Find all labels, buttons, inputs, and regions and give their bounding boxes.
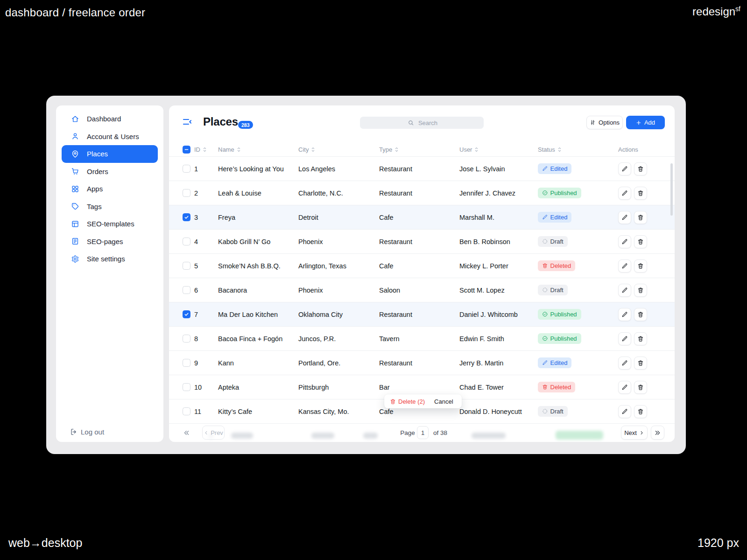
sidebar-item-dashboard[interactable]: Dashboard [62,110,158,128]
cell-type: Cafe [379,262,459,270]
delete-button[interactable] [634,259,647,273]
delete-button[interactable] [634,211,647,224]
delete-button[interactable] [634,187,647,200]
trash-icon [637,336,644,342]
delete-button[interactable] [634,381,647,394]
column-header-id[interactable]: ID [194,146,218,153]
edit-button[interactable] [618,357,631,370]
cell-type: Restaraunt [379,359,459,367]
pencil-icon [621,408,628,415]
column-header-type[interactable]: Type [379,146,459,153]
trash-icon [637,287,644,294]
sidebar-item-tags[interactable]: Tags [62,198,158,216]
chevron-left-icon [204,430,209,435]
sidebar-item-seo-templates[interactable]: SEO-templates [62,215,158,233]
row-checkbox[interactable] [183,310,190,318]
cell-name: Kitty’s Cafe [218,408,298,415]
table-row[interactable]: 5 Smoke’N Ash B.B.Q. Arlington, Texas Ca… [169,254,675,278]
trash-icon [637,360,644,366]
row-checkbox[interactable] [183,359,190,367]
table-row[interactable]: 9 Kann Portland, Ore. Restaraunt Jerry B… [169,351,675,375]
select-all-checkbox[interactable] [183,146,190,154]
row-checkbox[interactable] [183,213,190,221]
double-chevron-left-icon [183,429,190,436]
column-header-user[interactable]: User [459,146,538,153]
delete-button[interactable] [634,332,647,345]
bulk-delete-button[interactable]: Delete (2) [390,398,425,405]
edit-button[interactable] [618,405,631,418]
delete-button[interactable] [634,162,647,175]
last-page-button[interactable] [651,426,664,440]
sidebar-item-apps[interactable]: Apps [62,180,158,198]
page-label: Page [401,426,415,440]
table-row[interactable]: 8 Bacoa Finca + Fogón Juncos, P.R. Taver… [169,327,675,351]
sidebar-item-places[interactable]: Places [62,145,158,163]
cell-name: Ma Der Lao Kitchen [218,311,298,318]
table-row[interactable]: 4 Kabob Grill N’ Go Phoenix Restaraunt B… [169,230,675,254]
cell-name: Freya [218,214,298,221]
row-checkbox[interactable] [183,262,190,270]
delete-button[interactable] [634,405,647,418]
sidebar-item-orders[interactable]: Orders [62,163,158,181]
edit-button[interactable] [618,259,631,273]
home-icon [71,115,79,123]
delete-button[interactable] [634,235,647,248]
bulk-cancel-button[interactable]: Cancel [434,398,453,405]
delete-button[interactable] [634,308,647,321]
sidebar-item-label: Orders [87,168,108,175]
sidebar-item-seo-pages[interactable]: SEO-pages [62,233,158,251]
edit-button[interactable] [618,211,631,224]
table-row[interactable]: 7 Ma Der Lao Kitchen Oklahoma City Resta… [169,302,675,327]
collapse-sidebar-icon[interactable] [182,116,193,127]
first-page-button[interactable] [181,426,192,440]
pencil-icon [621,384,628,391]
edit-button[interactable] [618,284,631,297]
column-header-city[interactable]: City [298,146,379,153]
row-checkbox[interactable] [183,407,190,415]
sort-icon [395,147,399,153]
add-button[interactable]: Add [626,116,665,129]
edit-button[interactable] [618,187,631,200]
sort-icon [474,147,479,153]
row-checkbox[interactable] [183,189,190,197]
cell-city: Phoenix [298,238,379,245]
cell-type: Cafe [379,214,459,221]
column-header-status[interactable]: Status [538,146,617,153]
row-checkbox[interactable] [183,335,190,343]
column-header-name[interactable]: Name [218,146,298,153]
row-checkbox[interactable] [183,238,190,245]
edit-button[interactable] [618,308,631,321]
prev-page-button[interactable]: Prev [202,426,225,440]
table-row[interactable]: 6 Bacanora Phoenix Saloon Scott M. Lopez… [169,278,675,302]
sidebar-item-account-users[interactable]: Account & Users [62,128,158,146]
edit-button[interactable] [618,162,631,175]
table-row[interactable]: 2 Leah & Louise Charlotte, N.C. Restaura… [169,181,675,205]
delete-button[interactable] [634,357,647,370]
row-checkbox[interactable] [183,383,190,391]
row-checkbox[interactable] [183,165,190,173]
trash-icon [637,384,644,391]
edit-button[interactable] [618,235,631,248]
cell-id: 9 [194,359,218,367]
blurred-row-fragment [363,433,378,439]
row-checkbox[interactable] [183,286,190,294]
status-badge: Published [538,188,581,198]
next-page-button[interactable]: Next [621,426,648,440]
table-row[interactable]: 3 Freya Detroit Cafe Marshall M. Edited [169,205,675,230]
check-circle-icon [542,336,548,342]
edit-button[interactable] [618,332,631,345]
delete-button[interactable] [634,284,647,297]
table-scrollbar[interactable] [670,163,673,216]
sidebar-item-label: Dashboard [87,115,121,123]
edit-button[interactable] [618,381,631,394]
check-circle-icon [542,311,548,317]
add-label: Add [644,119,655,126]
page-number-input[interactable] [417,426,429,439]
search-input[interactable] [360,117,484,129]
options-button[interactable]: Options [586,116,623,129]
cell-type: Cafe [379,408,459,415]
table-row[interactable]: 1 Here’s Looking at You Los Angeles Rest… [169,157,675,181]
logout-button[interactable]: Log out [70,428,104,436]
double-chevron-right-icon [654,429,661,436]
sidebar-item-site-settings[interactable]: Site settings [62,250,158,268]
